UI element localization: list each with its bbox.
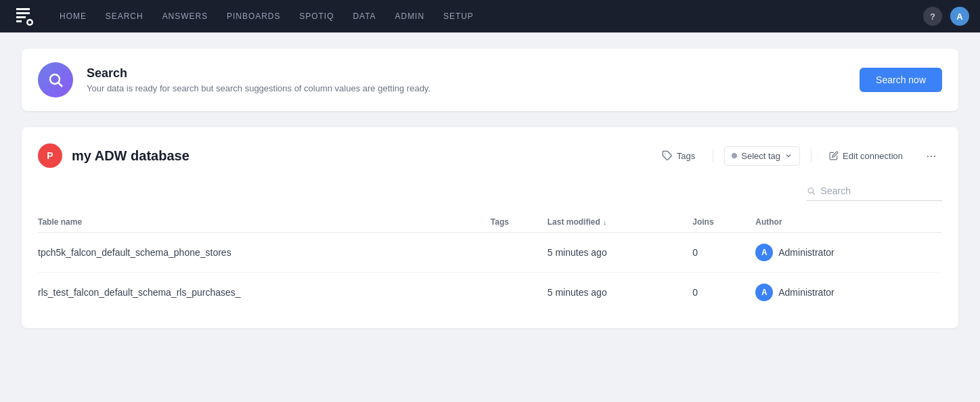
table-row: rls_test_falcon_default_schema_rls_purch… — [38, 273, 942, 313]
cell-last-modified: 5 minutes ago — [548, 273, 693, 313]
svg-rect-2 — [16, 12, 30, 14]
author-avatar: A — [755, 244, 773, 261]
select-tag-label: Select tag — [741, 151, 780, 161]
table-search-wrapper — [38, 181, 942, 201]
more-icon: ··· — [926, 149, 936, 163]
search-banner: Search Your data is ready for search but… — [22, 49, 958, 111]
more-options-button[interactable]: ··· — [920, 145, 942, 166]
svg-line-8 — [59, 83, 63, 87]
logo[interactable] — [11, 4, 35, 28]
nav-item-setup[interactable]: SETUP — [435, 7, 482, 25]
search-banner-text: Search Your data is ready for search but… — [87, 66, 860, 93]
search-now-button[interactable]: Search now — [860, 68, 942, 92]
select-tag-button[interactable]: Select tag — [724, 146, 800, 166]
svg-rect-1 — [16, 8, 30, 10]
col-header-joins: Joins — [692, 212, 755, 233]
tags-button[interactable]: Tags — [655, 146, 702, 165]
cell-table-name: tpch5k_falcon_default_schema_phone_store… — [38, 233, 491, 273]
author-name: Administrator — [778, 247, 834, 258]
cell-tags — [491, 233, 548, 273]
nav-item-search[interactable]: SEARCH — [97, 7, 152, 25]
tag-icon — [662, 150, 673, 161]
nav-items: HOME SEARCH ANSWERS PINBOARDS SPOTIQ DAT… — [51, 7, 923, 25]
author-name: Administrator — [778, 287, 834, 298]
svg-point-7 — [50, 74, 60, 84]
nav-item-data[interactable]: DATA — [344, 7, 384, 25]
user-avatar[interactable]: A — [950, 7, 969, 26]
divider-2 — [811, 149, 811, 162]
edit-connection-button[interactable]: Edit connection — [822, 147, 910, 165]
cell-tags — [491, 273, 548, 313]
help-button[interactable]: ? — [923, 7, 942, 26]
col-header-author: Author — [755, 212, 942, 233]
dot-icon — [732, 153, 737, 158]
table-search-container — [807, 181, 942, 201]
nav-item-home[interactable]: HOME — [51, 7, 95, 25]
edit-connection-label: Edit connection — [843, 151, 903, 161]
database-icon: P — [38, 143, 62, 168]
nav-item-pinboards[interactable]: PINBOARDS — [219, 7, 288, 25]
cell-last-modified: 5 minutes ago — [548, 233, 693, 273]
nav-item-admin[interactable]: ADMIN — [387, 7, 432, 25]
chevron-down-icon — [784, 152, 793, 160]
cell-table-name: rls_test_falcon_default_schema_rls_purch… — [38, 273, 491, 313]
search-icon — [807, 186, 816, 196]
search-banner-title: Search — [87, 66, 860, 81]
data-table: Table name Tags Last modified ↓ Joins Au… — [38, 212, 942, 312]
svg-line-11 — [813, 192, 815, 194]
tags-label: Tags — [677, 151, 695, 161]
col-header-table-name: Table name — [38, 212, 491, 233]
table-header-row: Table name Tags Last modified ↓ Joins Au… — [38, 212, 942, 233]
database-title: my ADW database — [72, 148, 655, 164]
pencil-icon — [829, 151, 839, 160]
database-section: P my ADW database Tags Select tag — [22, 127, 958, 328]
divider-1 — [713, 149, 713, 162]
nav-item-answers[interactable]: ANSWERS — [154, 7, 216, 25]
database-header: P my ADW database Tags Select tag — [38, 143, 942, 168]
author-avatar: A — [755, 284, 773, 301]
svg-point-6 — [28, 21, 32, 24]
last-modified-label: Last modified — [548, 217, 600, 227]
svg-rect-3 — [16, 16, 26, 18]
cell-author: A Administrator — [755, 273, 942, 313]
col-header-tags: Tags — [491, 212, 548, 233]
search-input[interactable] — [821, 185, 942, 196]
navbar: HOME SEARCH ANSWERS PINBOARDS SPOTIQ DAT… — [0, 0, 980, 32]
search-banner-subtitle: Your data is ready for search but search… — [87, 83, 860, 93]
col-header-last-modified[interactable]: Last modified ↓ — [548, 212, 693, 233]
cell-joins: 0 — [692, 273, 755, 313]
search-banner-icon — [38, 62, 73, 97]
svg-rect-4 — [16, 20, 22, 22]
cell-author: A Administrator — [755, 233, 942, 273]
nav-item-spotiq[interactable]: SPOTIQ — [291, 7, 342, 25]
cell-joins: 0 — [692, 233, 755, 273]
table-row: tpch5k_falcon_default_schema_phone_store… — [38, 233, 942, 273]
main-content: Search Your data is ready for search but… — [0, 32, 980, 344]
sort-arrow-icon: ↓ — [603, 218, 607, 226]
nav-right: ? A — [923, 7, 969, 26]
database-actions: Tags Select tag Edit connection — [655, 145, 942, 166]
